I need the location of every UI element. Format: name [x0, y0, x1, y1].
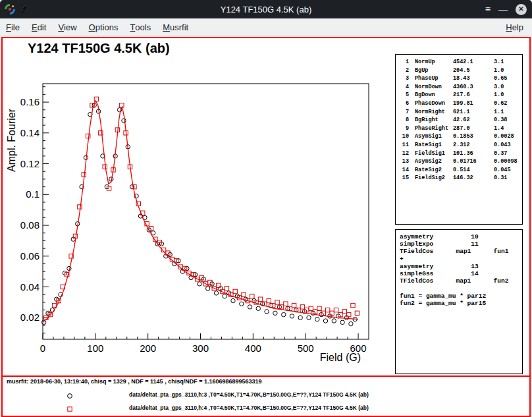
parameter-row: 6PhaseDown199.810.62: [400, 99, 522, 108]
svg-text:Field (G): Field (G): [320, 352, 361, 363]
parameter-row: 1NormUp4542.13.1: [400, 58, 522, 67]
svg-text:100: 100: [87, 343, 103, 354]
parameter-list: 1NormUp4542.13.12BgUp204.51.03PhaseUp18.…: [400, 58, 522, 182]
svg-text:200: 200: [140, 343, 156, 354]
menu-options[interactable]: Options: [83, 18, 124, 36]
parameter-row: 12FieldSig1101.360.37: [400, 150, 522, 158]
parameter-row: 9PhaseRight287.01.4: [400, 125, 522, 133]
svg-text:300: 300: [192, 343, 209, 354]
svg-text:Ampl. Fourier: Ampl. Fourier: [6, 108, 17, 172]
pad-divider: [3, 375, 529, 377]
legend-entry[interactable]: data/deltat_pta_gps_3110,h:3 ,T0=4.50K,T…: [3, 389, 529, 400]
parameter-row: 13AsymSig20.017160.00098: [400, 157, 522, 166]
minimize-icon[interactable]: —: [498, 5, 508, 14]
legend-entry[interactable]: data/deltat_pta_gps_3110,h:4 ,T0=4.50K,T…: [3, 403, 529, 413]
fit-info: musrfit: 2018-06-30, 13:19:40, chisq = 1…: [7, 378, 261, 385]
menu-musrfit[interactable]: Musrfit: [157, 18, 194, 36]
svg-text:0.08: 0.08: [20, 219, 40, 231]
parameter-row: 14RateSig20.5140.045: [400, 166, 522, 175]
svg-text:0.02: 0.02: [20, 312, 40, 323]
parameter-row: 7NormRight621.11.1: [400, 108, 522, 117]
plot-title: Y124 TF150G 4.5K (ab): [28, 41, 170, 56]
parameter-row: 2BgUp204.51.0: [400, 67, 522, 75]
plot-area[interactable]: 01002003004005006000.020.040.060.080.10.…: [3, 56, 398, 367]
parameter-row: 4NormDown4360.33.0: [400, 83, 522, 92]
titlebar[interactable]: Y124 TF150G 4.5K (ab) ≡ — ✕: [0, 0, 532, 18]
svg-text:0.16: 0.16: [20, 96, 40, 107]
parameter-row: 10AsymSig10.18530.0028: [400, 132, 522, 141]
parameter-row: 3PhaseUp18.430.65: [400, 74, 522, 83]
theory-box[interactable]: asymmetry 10 simplExpo 11 TFieldCos map1…: [395, 229, 523, 374]
svg-text:0.1: 0.1: [26, 188, 40, 200]
legend-label: data/deltat_pta_gps_3110,h:4 ,T0=4.50K,T…: [129, 404, 369, 411]
parameter-box[interactable]: 1NormUp4542.13.12BgUp204.51.03PhaseUp18.…: [395, 54, 523, 225]
parameter-row: 11RateSig12.3120.043: [400, 141, 522, 150]
circle-marker-icon: [66, 391, 74, 403]
menubar: File Edit View Options Tools Musrfit Hel…: [0, 18, 532, 36]
close-icon[interactable]: ✕: [516, 4, 527, 15]
menu-edit[interactable]: Edit: [26, 18, 52, 36]
menu-view[interactable]: View: [52, 18, 82, 36]
window-menu-icon[interactable]: ≡: [485, 5, 491, 14]
svg-text:400: 400: [245, 343, 261, 354]
parameter-row: 5BgDown217.61.0: [400, 91, 522, 99]
window-title: Y124 TF150G 4.5K (ab): [0, 5, 532, 14]
svg-text:0.14: 0.14: [20, 127, 40, 138]
theory-text: asymmetry 10 simplExpo 11 TFieldCos map1…: [400, 233, 522, 307]
root-canvas[interactable]: Y124 TF150G 4.5K (ab) 010020030040050060…: [1, 37, 531, 417]
svg-text:0: 0: [40, 343, 45, 354]
svg-text:0.06: 0.06: [20, 250, 40, 262]
menu-file[interactable]: File: [0, 18, 26, 36]
menu-help[interactable]: Help: [500, 18, 529, 36]
svg-text:0.12: 0.12: [20, 158, 40, 169]
menu-tools[interactable]: Tools: [124, 18, 157, 36]
svg-text:500: 500: [298, 343, 314, 354]
svg-text:0.04: 0.04: [20, 281, 40, 292]
legend-label: data/deltat_pta_gps_3110,h:3 ,T0=4.50K,T…: [129, 391, 369, 398]
parameter-row: 8BgRight42.620.38: [400, 116, 522, 125]
parameter-row: 15FieldSig2146.320.31: [400, 174, 522, 182]
square-marker-icon: [66, 404, 74, 416]
